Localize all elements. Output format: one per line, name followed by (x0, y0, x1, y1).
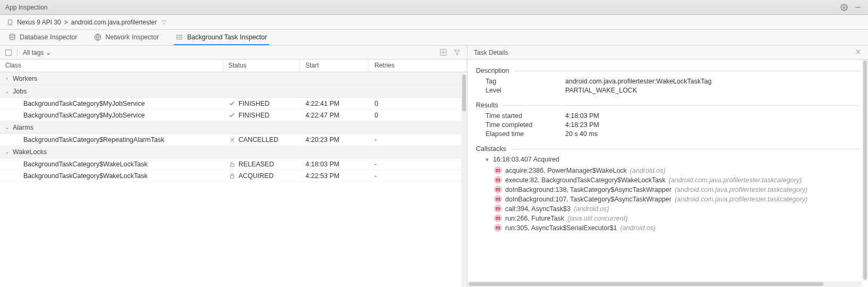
stack-frame[interactable]: mexecute:82, BackgroundTaskCategory$Wake… (494, 176, 860, 184)
chevron-down-icon: ⌄ (46, 49, 51, 56)
chevron-right-icon: › (4, 75, 10, 81)
table-row[interactable]: BackgroundTaskCategory$MyJobServiceFINIS… (0, 98, 467, 109)
scrollbar-vertical[interactable] (461, 73, 467, 287)
svg-rect-21 (230, 175, 234, 178)
method-badge-icon: m (494, 214, 502, 222)
frame-text: doInBackground:138, TaskCategory$AsyncTa… (505, 186, 671, 193)
tab-background-task[interactable]: Background Task Inspector (174, 30, 269, 45)
chevron-down-icon: ▽ (162, 19, 166, 25)
frame-text: acquire:2386, PowerManager$WakeLock (505, 167, 627, 174)
group-row[interactable]: ⌄WakeLocks (0, 146, 467, 158)
table-row[interactable]: BackgroundTaskCategory$MyJobServiceFINIS… (0, 109, 467, 121)
table-body: ›Workers⌄JobsBackgroundTaskCategory$MyJo… (0, 72, 467, 287)
breadcrumb-device: Nexus 9 API 30 (17, 19, 61, 26)
cell-start: 4:18:03 PM (300, 161, 369, 168)
filter-bar: All tags ⌄ (0, 46, 467, 60)
stack-frame[interactable]: mrun:266, FutureTask (java.util.concurre… (494, 214, 860, 222)
svg-rect-20 (230, 164, 234, 166)
lock-icon (228, 172, 235, 179)
method-badge-icon: m (494, 166, 502, 174)
group-row[interactable]: ⌄Jobs (0, 85, 467, 98)
breadcrumb[interactable]: Nexus 9 API 30 > android.com.java.profil… (0, 15, 868, 30)
stack-frame[interactable]: mrun:305, AsyncTask$SerialExecutor$1 (an… (494, 224, 860, 232)
cell-retries: - (369, 172, 467, 180)
gear-icon[interactable] (839, 3, 849, 12)
col-header-retries[interactable]: Retries (369, 60, 467, 72)
col-header-status[interactable]: Status (223, 60, 300, 72)
cell-status: ACQUIRED (223, 172, 300, 180)
group-row[interactable]: ›Workers (0, 72, 467, 85)
stack-frame[interactable]: mdoInBackground:138, TaskCategory$AsyncT… (494, 185, 860, 193)
method-badge-icon: m (494, 224, 502, 232)
titlebar: App Inspection (0, 0, 868, 15)
table-row[interactable]: BackgroundTaskCategory$RepeatingAlarmTas… (0, 134, 467, 146)
stack-frame[interactable]: mcall:394, AsyncTask$3 (android.os) (494, 205, 860, 213)
callstack-node[interactable]: ▼ 16:18:03.407 Acquired (484, 156, 860, 163)
device-icon (6, 19, 14, 26)
svg-point-9 (177, 35, 177, 35)
table-row[interactable]: BackgroundTaskCategory$WakeLockTaskACQUI… (0, 170, 467, 182)
svg-point-10 (177, 37, 177, 37)
frame-package: (android.com.java.profilertester.taskcat… (669, 176, 802, 184)
tags-filter[interactable]: All tags ⌄ (23, 49, 51, 56)
minimize-icon[interactable] (853, 3, 863, 12)
frame-text: doInBackground:107, TaskCategory$AsyncTa… (505, 196, 671, 203)
frame-package: (android.os) (620, 224, 656, 232)
chevron-down-icon: ⌄ (4, 149, 10, 155)
chevron-down-icon: ⌄ (4, 124, 10, 130)
group-name: WakeLocks (13, 148, 47, 156)
close-icon[interactable] (855, 48, 862, 57)
tab-label: Network Inspector (105, 33, 159, 41)
scrollbar-horizontal[interactable] (467, 281, 862, 287)
group-name: Jobs (13, 88, 27, 95)
stop-icon[interactable] (5, 49, 12, 56)
database-icon (8, 33, 16, 41)
globe-icon (94, 33, 101, 41)
check-icon (228, 112, 235, 119)
svg-point-0 (843, 6, 845, 9)
table-view-icon[interactable] (439, 48, 448, 57)
cell-start: 4:20:23 PM (300, 136, 369, 144)
breadcrumb-process: android.com.java.profilertester (71, 19, 157, 26)
kv-level: Level PARTIAL_WAKE_LOCK (486, 87, 860, 94)
breadcrumb-separator: > (64, 19, 68, 26)
table-row[interactable]: BackgroundTaskCategory$WakeLockTaskRELEA… (0, 158, 467, 170)
triangle-down-icon: ▼ (484, 157, 490, 163)
scrollbar-vertical[interactable] (862, 60, 868, 281)
frame-text: run:266, FutureTask (505, 215, 564, 222)
details-title-bar: Task Details (467, 46, 868, 60)
cell-class: BackgroundTaskCategory$WakeLockTask (0, 172, 223, 180)
group-name: Alarms (13, 124, 33, 131)
section-description: Description (476, 67, 860, 74)
col-header-class[interactable]: Class (0, 60, 223, 72)
col-header-start[interactable]: Start (300, 60, 369, 72)
cell-retries: - (369, 136, 467, 144)
method-badge-icon: m (494, 205, 502, 213)
kv-time-completed: Time completed 4:18:23 PM (486, 121, 860, 129)
cell-status: FINISHED (223, 112, 300, 119)
tab-network[interactable]: Network Inspector (92, 30, 161, 45)
svg-point-11 (177, 38, 177, 39)
list-icon (176, 33, 183, 41)
frame-text: run:305, AsyncTask$SerialExecutor$1 (505, 224, 617, 232)
tab-database[interactable]: Database Inspector (6, 30, 79, 45)
graph-view-icon[interactable] (453, 48, 462, 57)
stack-frames: macquire:2386, PowerManager$WakeLock (an… (476, 166, 860, 232)
method-badge-icon: m (494, 185, 502, 193)
cell-start: 4:22:47 PM (300, 112, 369, 119)
group-row[interactable]: ⌄Alarms (0, 121, 467, 134)
frame-package: (android.com.java.profilertester.taskcat… (675, 196, 807, 203)
svg-point-17 (456, 54, 458, 55)
cell-start: 4:22:53 PM (300, 172, 369, 180)
cell-class: BackgroundTaskCategory$MyJobService (0, 100, 223, 107)
stack-frame[interactable]: mdoInBackground:107, TaskCategory$AsyncT… (494, 195, 860, 203)
frame-text: call:394, AsyncTask$3 (505, 205, 571, 213)
frame-package: (java.util.concurrent) (567, 215, 627, 222)
group-name: Workers (13, 75, 37, 82)
frame-text: execute:82, BackgroundTaskCategory$WakeL… (505, 176, 666, 184)
tab-label: Database Inspector (20, 33, 77, 41)
cell-class: BackgroundTaskCategory$MyJobService (0, 112, 223, 119)
cell-status: RELEASED (223, 161, 300, 168)
stack-frame[interactable]: macquire:2386, PowerManager$WakeLock (an… (494, 166, 860, 174)
frame-package: (android.os) (574, 205, 609, 213)
